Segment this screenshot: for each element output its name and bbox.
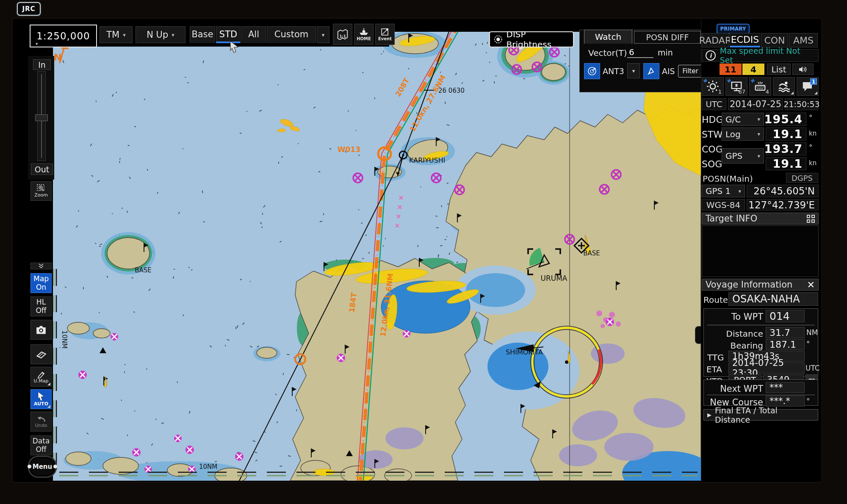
info-icon: i [706,50,716,61]
warning-count: 4 [750,64,756,75]
message-button[interactable]: 1 [797,77,819,96]
menu-dot-left [28,465,31,468]
jrc-logo: JRC [17,2,41,16]
posn-source-dropdown[interactable]: GPS 1▾ [702,185,745,197]
data-off-button[interactable]: Data Off [30,435,52,455]
ant-dropdown[interactable]: ▾ [627,63,640,78]
place-shimokita: SHIMOKITA [506,348,543,356]
lat-value: 26°45.605'N [747,185,819,197]
keyboard-icon [754,80,767,92]
warning-count-box[interactable]: 4 [742,64,764,75]
sync-icon [703,78,708,83]
cog-label: COG [702,144,723,155]
tab-con[interactable]: CON [761,33,788,47]
chart-area[interactable]: N 10NM 10NM 208T 12.0kn, 27.6NM 184T 12.… [53,32,701,481]
auto-label: AUTO [34,402,48,407]
next-wpt-label: Next WPT [711,384,763,394]
svg-text:N: N [54,52,61,63]
alert-bar[interactable]: i Max speed limit Not Set [702,49,819,62]
target-info-header[interactable]: Target INFO [702,213,819,224]
motion-mode-button[interactable]: TM▾ [100,26,133,43]
scale-1to1-button[interactable]: 1:1 [333,24,352,45]
menu-button[interactable]: Menu [28,456,57,478]
zoom-slider-handle[interactable] [35,114,48,121]
home-button[interactable]: HOME [354,24,374,45]
close-icon[interactable]: ✕ [807,280,815,290]
chart-scale-box[interactable]: 1:250,000 ▾ [30,25,97,47]
eraser-button[interactable] [30,344,52,364]
gps-source-dropdown[interactable]: GPS▾ [722,148,764,163]
chevron-double-down-icon [38,263,44,269]
map-on-label-2: On [36,283,46,292]
hdg-source-dropdown[interactable]: G/C▾ [722,113,764,126]
wpt-label: W013 [338,145,360,154]
map-on-button[interactable]: Map On [30,273,52,293]
disp-brightness-button[interactable]: DISP Brightness [489,31,574,47]
tab-ecdis[interactable]: ECDIS [730,33,760,47]
map-on-label-1: Map [33,275,49,283]
tab-posn-diff[interactable]: POSN DIFF [634,31,701,44]
tab-watch[interactable]: Watch [584,30,632,44]
hdg-label: HDG [702,114,723,125]
radar-overlay-button[interactable] [584,63,600,79]
ais-target-icon [647,66,656,76]
mob-button[interactable] [773,77,795,96]
vector-input[interactable]: 6 [627,47,653,58]
auto-mode-button[interactable]: AUTO [30,389,52,409]
eta-unit: UTC [805,364,820,372]
jrc-logo-text: JRC [22,5,35,13]
collapse-button[interactable] [30,263,52,269]
final-eta-expander[interactable]: ▶ Final ETA / Total Distance [703,409,818,421]
screenshot-button[interactable] [30,320,52,340]
event-icon [380,28,390,36]
zoom-in-label[interactable]: In [33,59,51,70]
user-map-button[interactable]: U.Map [30,367,52,387]
display-mode-dropdown[interactable]: ▾ [317,26,329,43]
motion-mode-label: TM [106,30,119,40]
stw-source-dropdown[interactable]: Log▾ [722,127,764,141]
alert-list-button[interactable]: List [767,64,791,75]
mute-button[interactable] [792,64,814,75]
time-mark-label: 26 0630 [438,87,465,94]
vector-unit: min [658,48,673,57]
chevron-down-icon: ▾ [123,32,126,38]
undo-button[interactable]: Undo [30,412,52,432]
filter-button[interactable]: Filter [678,65,703,78]
hdg-source: G/C [725,114,741,125]
ais-button[interactable] [643,63,659,79]
tab-radar[interactable]: RADAR [702,33,729,47]
to-wpt-value[interactable]: 014 [766,310,805,322]
filter-label: Filter [682,67,698,75]
panel-pull-tab[interactable] [695,326,701,344]
orientation-button[interactable]: N Up▾ [136,26,185,43]
zoom-area-button[interactable]: Zoom [30,181,52,201]
place-uruma: URUMA [541,274,567,282]
zoom-out-label[interactable]: Out [31,163,53,175]
event-button[interactable]: Event [375,24,395,45]
day-night-button[interactable]: 1 [702,77,724,96]
distance-value: 31.7 [766,327,805,338]
route-name-box[interactable]: OSAKA-NAHA [728,292,818,306]
stw-source: Log [725,129,741,139]
hl-label-2: Off [36,307,46,315]
home-ship-icon [358,28,369,36]
display-mode-custom[interactable]: Custom [267,26,316,43]
panel-brightness-button[interactable]: 4 [749,77,771,96]
speaker-icon [798,66,808,73]
bearing-unit: ° [806,340,810,348]
target-info-title: Target INFO [706,213,757,224]
display-settings-button[interactable]: 67 [725,77,747,96]
tab-ams[interactable]: AMS [789,33,818,47]
sog-value: 19.1 [766,157,806,170]
menu-label: Menu [33,463,52,471]
to-wpt-number: 014 [769,310,790,322]
display-mode-base[interactable]: Base [190,26,215,43]
hl-off-button[interactable]: HL Off [30,296,52,316]
ttg-label: TTG [707,352,724,363]
date-box: 2014-07-25 [728,98,783,110]
cog-value: 193.7 [766,142,806,155]
grid-icon[interactable] [807,215,815,223]
datum-box[interactable]: WGS-84 [702,199,745,210]
alarm-count-box[interactable]: 11 [720,64,742,75]
display-mode-all[interactable]: All [241,26,266,43]
